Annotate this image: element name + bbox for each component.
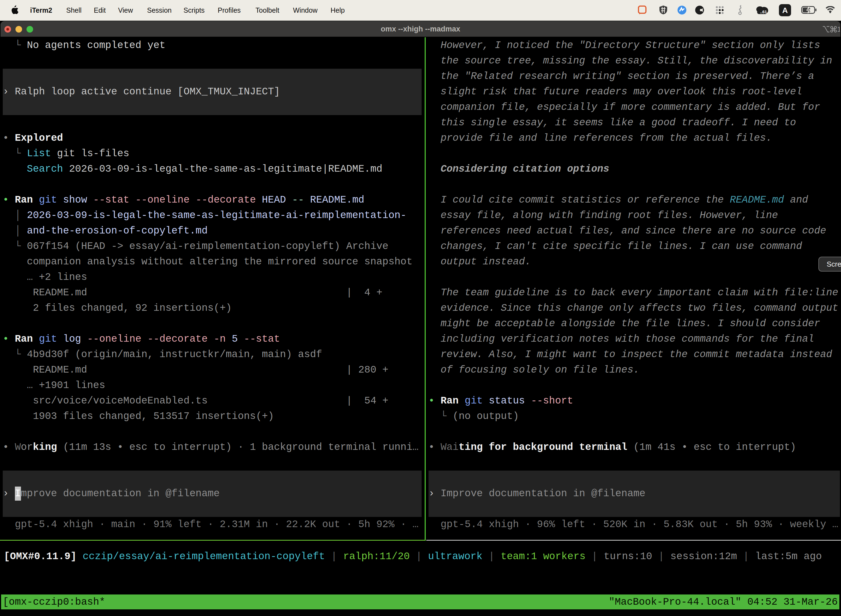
svg-text:..61: ..61 [760,9,767,14]
svg-text:A: A [782,6,788,15]
